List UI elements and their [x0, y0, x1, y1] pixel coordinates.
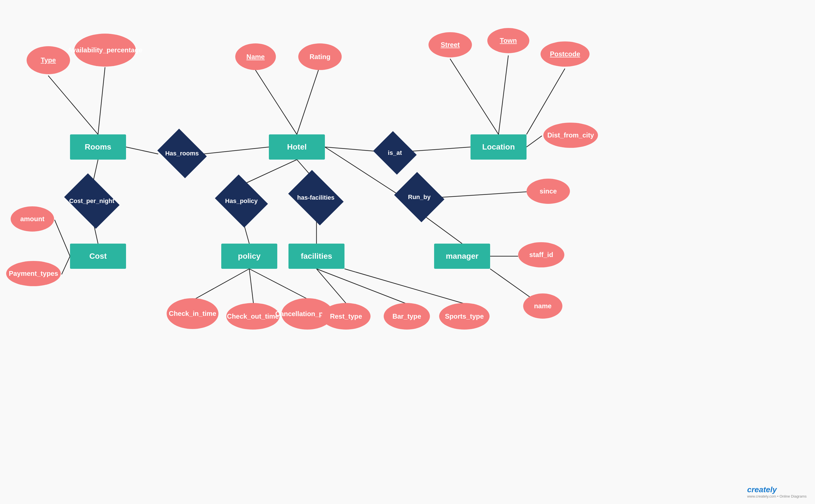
relation-has-policy: Has_policy: [215, 174, 268, 228]
attr-amount: amount: [11, 206, 54, 232]
svg-line-25: [249, 269, 309, 300]
svg-line-8: [450, 59, 499, 134]
attr-since: since: [527, 179, 570, 204]
svg-line-27: [316, 269, 407, 304]
svg-line-1: [98, 67, 105, 134]
svg-line-14: [55, 220, 70, 256]
entity-policy: policy: [221, 244, 277, 269]
entity-manager: manager: [434, 244, 490, 269]
svg-line-3: [203, 147, 269, 154]
entity-hotel: Hotel: [269, 134, 325, 160]
attr-sports-type: Sports_type: [439, 303, 490, 330]
attr-street: Street: [429, 32, 472, 57]
attr-town: Town: [487, 28, 529, 53]
svg-line-28: [344, 269, 465, 304]
attr-payment-types: Payment_types: [6, 261, 61, 286]
svg-line-26: [316, 269, 346, 304]
diagram-container: Rooms Hotel Location Cost policy facilit…: [0, 0, 815, 504]
relation-run-by: Run_by: [394, 172, 444, 222]
svg-line-11: [527, 136, 542, 147]
svg-line-5: [297, 70, 318, 134]
svg-line-22: [440, 192, 527, 197]
attr-rest-type: Rest_type: [322, 303, 371, 330]
attr-availability-percentage: Availability_percentage: [74, 34, 136, 67]
entity-facilities: facilities: [288, 244, 344, 269]
attr-rating: Rating: [298, 43, 342, 70]
entity-rooms: Rooms: [70, 134, 126, 160]
attr-name-hotel: Name: [235, 43, 276, 70]
attr-bar-type: Bar_type: [384, 303, 430, 330]
relation-has-facilities: has-facilities: [288, 170, 344, 225]
svg-line-21: [420, 213, 462, 244]
attr-name-manager: name: [523, 293, 562, 319]
svg-line-6: [325, 147, 375, 151]
svg-line-15: [62, 256, 70, 274]
svg-line-7: [412, 147, 471, 151]
watermark: creately www.creately.com • Online Diagr…: [747, 485, 807, 498]
svg-line-0: [48, 76, 98, 134]
svg-line-23: [194, 269, 249, 300]
attr-postcode: Postcode: [541, 41, 590, 67]
attr-dist-from-city: Dist_from_city: [543, 123, 598, 148]
attr-staff-id: staff_id: [518, 242, 564, 267]
entity-cost: Cost: [70, 244, 126, 269]
svg-line-24: [249, 269, 253, 304]
svg-line-4: [255, 70, 297, 134]
relation-is-at: is_at: [373, 131, 417, 175]
entity-location: Location: [471, 134, 527, 160]
svg-line-9: [499, 55, 508, 134]
svg-line-2: [126, 147, 158, 154]
attr-check-out-time: Check_out_time: [226, 303, 280, 330]
attr-check-in-time: Check_in_time: [167, 298, 218, 329]
relation-cost-per-night: Cost_per_night: [64, 173, 120, 229]
svg-line-16: [242, 160, 297, 185]
relation-has-rooms: Has_rooms: [157, 129, 207, 178]
attr-type: Type: [27, 46, 70, 74]
